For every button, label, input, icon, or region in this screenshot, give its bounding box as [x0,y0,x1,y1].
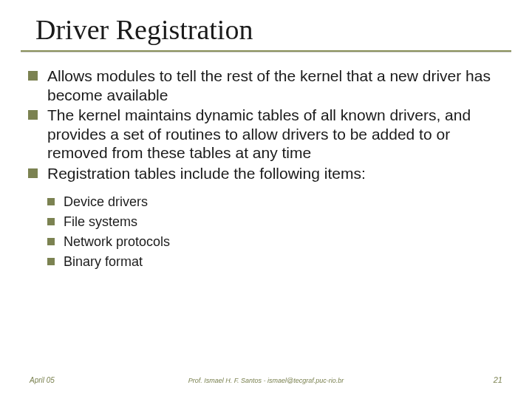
sub-bullet-item: Device drivers [47,192,508,212]
bullet-item: Registration tables include the followin… [28,164,508,272]
bullet-item: The kernel maintains dynamic tables of a… [28,106,508,163]
sub-bullet-text: Binary format [64,254,143,269]
sub-bullet-text: Network protocols [64,234,170,249]
footer-page-number: 21 [494,375,502,384]
sub-bullet-list: Device drivers File systems Network prot… [47,192,508,272]
sub-bullet-item: Binary format [47,252,508,272]
slide: Driver Registration Allows modules to te… [0,0,532,399]
slide-title: Driver Registration [35,13,253,46]
sub-bullet-item: Network protocols [47,232,508,252]
bullet-text: The kernel maintains dynamic tables of a… [47,106,471,161]
bullet-item: Allows modules to tell the rest of the k… [28,66,508,104]
bullet-text: Registration tables include the followin… [47,165,366,182]
footer-author: Prof. Ismael H. F. Santos - ismael@tecgr… [0,377,532,384]
title-underline [21,50,511,52]
bullet-text: Allows modules to tell the rest of the k… [47,67,491,103]
sub-bullet-text: File systems [64,214,137,229]
slide-body: Allows modules to tell the rest of the k… [28,66,508,273]
sub-bullet-text: Device drivers [64,194,148,209]
sub-bullet-item: File systems [47,212,508,232]
main-bullet-list: Allows modules to tell the rest of the k… [28,66,508,272]
